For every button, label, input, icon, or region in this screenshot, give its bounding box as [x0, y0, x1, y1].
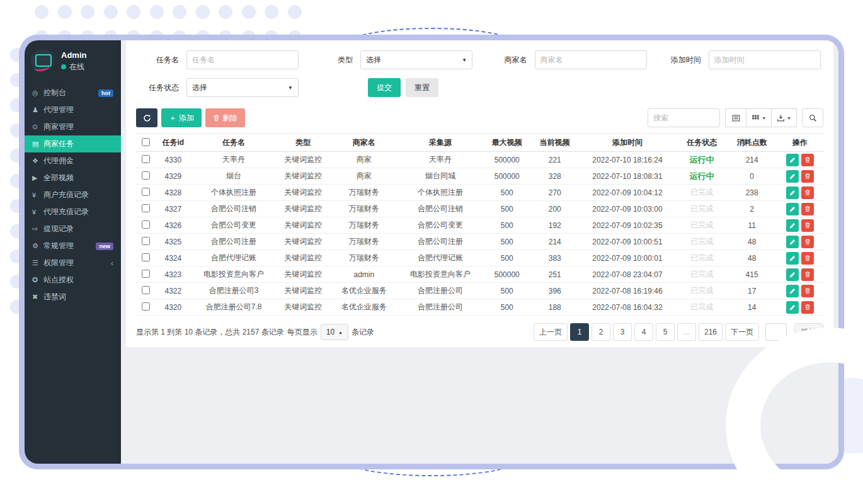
users-icon: ☰	[32, 259, 43, 267]
page-button-5[interactable]: 5	[656, 323, 675, 341]
trash-icon	[804, 205, 811, 212]
jump-button[interactable]: 跳转	[794, 323, 823, 341]
search-input[interactable]	[648, 108, 720, 127]
edit-button[interactable]	[786, 268, 799, 281]
delete-row-button[interactable]	[801, 170, 814, 183]
task-status-select[interactable]: 选择 ▼	[186, 78, 299, 97]
sidebar-item-agent-mgmt[interactable]: ♟代理管理	[25, 101, 121, 118]
edit-button[interactable]	[786, 285, 799, 297]
points-consumed: 17	[728, 283, 776, 299]
row-checkbox[interactable]	[142, 237, 150, 245]
row-checkbox[interactable]	[142, 171, 150, 180]
status-badge: 已完成	[690, 188, 713, 197]
edit-button[interactable]	[786, 203, 799, 215]
edit-button[interactable]	[786, 236, 799, 248]
trash-icon	[804, 156, 811, 163]
toggle-view-button[interactable]	[725, 108, 746, 127]
delete-row-button[interactable]	[801, 186, 814, 199]
add-time: 2022-07-08 23:04:07	[578, 266, 676, 283]
delete-row-button[interactable]	[801, 154, 814, 166]
submit-button[interactable]: 提交	[368, 78, 401, 97]
status-badge: 已完成	[690, 204, 713, 213]
sidebar-item-general-mgmt[interactable]: ⚙常规管理new	[25, 238, 121, 255]
table-row: 4323电影投资意向客户关键词监控admin电影投资意向客户5000002512…	[136, 266, 823, 283]
delete-row-button[interactable]	[801, 236, 814, 248]
edit-button[interactable]	[786, 252, 799, 265]
search-button[interactable]	[802, 108, 823, 127]
toggle-view-icon	[732, 114, 740, 122]
current-videos: 200	[531, 201, 578, 217]
delete-row-button[interactable]	[801, 285, 814, 297]
merchant-name: 万瑞财务	[330, 185, 398, 201]
row-checkbox[interactable]	[142, 286, 150, 294]
sidebar-item-agent-commission[interactable]: ❖代理佣金	[25, 152, 121, 169]
jump-page-input[interactable]	[765, 323, 787, 341]
collect-source: 合肥注册公司	[398, 299, 483, 316]
page-button-4[interactable]: 4	[634, 323, 653, 341]
user-profile[interactable]: Admin 在线	[25, 40, 121, 81]
row-checkbox[interactable]	[142, 302, 150, 311]
row-checkbox[interactable]	[142, 204, 150, 212]
merchant-name-input[interactable]	[535, 50, 647, 69]
task-name: 烟台	[191, 168, 277, 185]
edit-button[interactable]	[786, 301, 799, 314]
sidebar-item-merchant-tasks[interactable]: ▤商家任务	[25, 135, 121, 152]
collect-source: 个体执照注册	[398, 185, 483, 201]
table-row: 4322合肥注册公司3关键词监控名优企业服务合肥注册公司5003962022-0…	[136, 283, 823, 299]
add-time: 2022-07-09 10:00:01	[578, 250, 676, 266]
page-button-3[interactable]: 3	[613, 323, 632, 341]
page-button-216[interactable]: 216	[699, 323, 723, 341]
search-icon	[809, 114, 817, 122]
edit-button[interactable]	[786, 186, 799, 199]
refresh-button[interactable]	[136, 108, 157, 127]
edit-button[interactable]	[786, 219, 799, 232]
task-id: 4325	[155, 234, 191, 250]
row-checkbox[interactable]	[142, 220, 150, 229]
sidebar-item-banned-words[interactable]: ✖违禁词	[25, 289, 121, 306]
delete-row-button[interactable]	[801, 219, 814, 232]
status-badge: 运行中	[690, 171, 714, 181]
merchant-name: 名优企业服务	[330, 283, 398, 299]
merchant-task-icon: ▤	[32, 140, 43, 148]
delete-row-button[interactable]	[801, 203, 814, 215]
reset-button[interactable]: 重置	[406, 78, 438, 97]
row-checkbox[interactable]	[142, 270, 150, 278]
sidebar-item-withdrawal[interactable]: ⇨提现记录	[25, 220, 121, 238]
add-time-input[interactable]	[709, 50, 821, 69]
sidebar-item-merchant-recharge[interactable]: ¥商户充值记录	[25, 186, 121, 203]
sidebar-item-all-videos[interactable]: ▶全部视频	[25, 169, 121, 186]
page-button-1[interactable]: 1	[570, 323, 589, 341]
type-select[interactable]: 选择 ▼	[360, 50, 472, 69]
decor-dot	[35, 5, 49, 19]
prev-page-button[interactable]: 上一页	[534, 323, 568, 341]
row-checkbox[interactable]	[142, 253, 150, 261]
export-button[interactable]: ▼	[772, 108, 797, 127]
delete-row-button[interactable]	[801, 301, 814, 314]
row-checkbox[interactable]	[142, 188, 150, 196]
select-all-checkbox[interactable]	[142, 138, 150, 146]
tasks-table: 任务id任务名类型商家名采集源最大视频当前视频添加时间任务状态消耗点数操作 43…	[136, 134, 823, 316]
trash-icon	[804, 173, 811, 180]
page-button-2[interactable]: 2	[592, 323, 610, 341]
task-name-input[interactable]	[186, 50, 299, 69]
delete-row-button[interactable]	[801, 268, 814, 281]
edit-button[interactable]	[786, 170, 799, 183]
delete-button[interactable]: 删除	[205, 108, 245, 127]
sidebar-item-agent-recharge[interactable]: ¥代理充值记录	[25, 203, 121, 220]
per-page-select[interactable]: 10 ▲	[321, 324, 348, 340]
sidebar-item-dashboard[interactable]: ◎控制台hot	[25, 84, 121, 101]
next-page-button[interactable]: 下一页	[725, 323, 759, 341]
task-type: 关键词监控	[276, 283, 330, 299]
edit-button[interactable]	[786, 154, 799, 166]
add-button[interactable]: ＋添加	[161, 108, 202, 127]
row-checkbox[interactable]	[142, 155, 150, 163]
points-consumed: 14	[728, 299, 776, 316]
sidebar-item-site-auth[interactable]: ✪站点授权	[25, 272, 121, 289]
filter-form: 任务名 类型 选择 ▼ 商家名 添加时间	[136, 40, 823, 106]
sidebar-item-merchant-mgmt[interactable]: ⊙商家管理	[25, 118, 121, 135]
columns-button[interactable]: ▼	[746, 108, 772, 127]
task-type: 关键词监控	[276, 168, 330, 185]
delete-row-button[interactable]	[801, 252, 814, 265]
sidebar-item-permission-mgmt[interactable]: ☰权限管理‹	[25, 255, 121, 272]
points-consumed: 11	[728, 217, 776, 234]
